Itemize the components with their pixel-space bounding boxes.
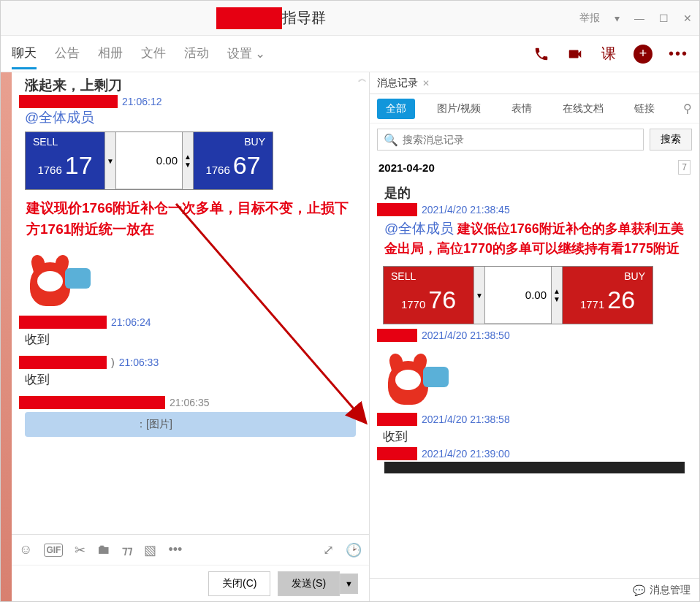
name-redacted — [19, 316, 107, 329]
name-paren: ) — [111, 357, 115, 368]
emoji-icon[interactable]: ☺ — [19, 542, 32, 557]
filter-all[interactable]: 全部 — [377, 99, 415, 119]
tab-chat[interactable]: 聊天 — [12, 39, 37, 69]
manage-link[interactable]: 消息管理 — [650, 584, 691, 597]
history-footer: 💬 消息管理 — [370, 578, 699, 601]
avatar-sidebar — [1, 72, 12, 601]
settings-dropdown[interactable]: 设置 ⌄ — [227, 45, 265, 62]
send-button[interactable]: 发送(S) — [278, 571, 340, 596]
history-scroll[interactable]: 是的 2021/4/20 21:38:45 @全体成员 建议低位1766附近补仓… — [370, 179, 699, 578]
buy-big: 67 — [233, 151, 261, 180]
chevron-down-icon: ⌄ — [255, 46, 265, 61]
history-tab[interactable]: 消息记录 ✕ — [377, 77, 430, 90]
msg-text: 收到 — [19, 329, 362, 350]
gif-icon[interactable]: GIF — [44, 544, 63, 557]
settings-label: 设置 — [227, 45, 252, 62]
amount-value[interactable]: 0.00 — [485, 267, 551, 324]
calendar-icon[interactable]: 7 — [678, 160, 691, 175]
chat-window: 指导群 举报 ▾ — ☐ ✕ 聊天 公告 相册 文件 活动 设置 ⌄ 课 + •… — [0, 0, 700, 602]
dark-strip — [384, 462, 685, 473]
history-pane: 消息记录 ✕ 全部 图片/视频 表情 在线文档 链接 ⚲ 🔍 搜索 2 — [370, 72, 699, 601]
title-bar: 指导群 举报 ▾ — ☐ ✕ — [1, 1, 699, 36]
tab-album[interactable]: 相册 — [98, 39, 123, 69]
scroll-up-icon[interactable]: ︽ — [358, 72, 367, 85]
timestamp: 2021/4/20 21:38:50 — [422, 329, 510, 341]
course-icon[interactable]: 课 — [600, 45, 617, 63]
chat-pane: ︽ 涨起来，上剩刀 21:06:12 @全体成员 SELL 176617 ▼ — [12, 72, 370, 601]
call-icon[interactable] — [533, 45, 550, 63]
mention-all[interactable]: @全体成员 — [19, 108, 362, 127]
trade-stepper[interactable]: ▲▼ — [551, 267, 563, 324]
sell-side[interactable]: SELL 177076 — [384, 267, 473, 324]
trade-dropdown[interactable]: ▼ — [473, 267, 485, 324]
buy-label: BUY — [244, 136, 265, 148]
filter-media[interactable]: 图片/视频 — [428, 99, 490, 119]
filter-row: 全部 图片/视频 表情 在线文档 链接 ⚲ — [370, 94, 699, 123]
more-icon[interactable]: ••• — [669, 45, 688, 62]
search-icon: 🔍 — [384, 133, 398, 147]
folder-icon[interactable]: 🖿 — [97, 542, 110, 557]
expand-icon[interactable]: ⤢ — [323, 542, 334, 558]
search-input[interactable] — [403, 134, 637, 145]
buy-prefix: 1771 — [580, 298, 604, 310]
title-redacted — [216, 7, 282, 29]
name-redacted — [377, 203, 417, 216]
sell-prefix: 1770 — [401, 298, 425, 310]
tab-activity[interactable]: 活动 — [184, 39, 209, 69]
sell-label: SELL — [33, 136, 58, 148]
date-row: 2021-04-20 7 — [370, 156, 699, 179]
send-row: 关闭(C) 发送(S) ▼ — [12, 565, 369, 601]
search-row: 🔍 搜索 — [370, 123, 699, 156]
tab-announce[interactable]: 公告 — [55, 39, 80, 69]
video-icon[interactable] — [566, 45, 584, 63]
sell-prefix: 1766 — [37, 164, 61, 176]
minimize-button[interactable]: — — [634, 12, 644, 24]
trade-dropdown[interactable]: ▼ — [104, 132, 116, 189]
sell-side[interactable]: SELL 176617 — [26, 132, 104, 189]
history-icon[interactable]: 🕑 — [346, 542, 362, 558]
filter-links[interactable]: 链接 — [625, 99, 663, 119]
more-input-icon[interactable]: ••• — [168, 542, 182, 557]
msg-header: 涨起来，上剩刀 — [19, 76, 362, 95]
trade-stepper[interactable]: ▲▼ — [182, 132, 194, 189]
timestamp: 2021/4/20 21:38:58 — [422, 414, 510, 425]
main-tabs: 聊天 公告 相册 文件 活动 — [12, 39, 209, 69]
dropdown-icon[interactable]: ▾ — [615, 12, 620, 24]
buy-prefix: 1766 — [205, 164, 229, 176]
mention-all[interactable]: @全体成员 — [384, 221, 454, 236]
image-icon[interactable]: ▧ — [144, 542, 156, 558]
name-redacted — [19, 356, 107, 369]
image-placeholder[interactable]: xxxxxxxxxxxxxxxxxxxx：[图片] — [25, 412, 356, 437]
msg-text: 是的 — [377, 183, 692, 203]
close-button[interactable]: 关闭(C) — [208, 571, 270, 596]
buy-side[interactable]: BUY 177126 — [563, 267, 653, 324]
trade-widget-red: SELL 177076 ▼ 0.00 ▲▼ BUY 177126 — [383, 266, 653, 324]
toolbar-right: 课 + ••• — [533, 45, 688, 64]
msg-text: 收到 — [377, 426, 692, 447]
window-title: 指导群 — [282, 8, 326, 28]
tab-files[interactable]: 文件 — [141, 39, 166, 69]
timestamp: 21:06:33 — [119, 357, 159, 368]
code-icon[interactable]: ⁊⁊ — [122, 544, 132, 557]
send-dropdown[interactable]: ▼ — [340, 574, 358, 594]
filter-docs[interactable]: 在线文档 — [554, 99, 612, 119]
name-redacted — [377, 413, 417, 426]
chat-scroll[interactable]: ︽ 涨起来，上剩刀 21:06:12 @全体成员 SELL 176617 ▼ — [12, 72, 369, 534]
sell-label: SELL — [391, 270, 416, 282]
add-button[interactable]: + — [634, 45, 653, 64]
main-toolbar: 聊天 公告 相册 文件 活动 设置 ⌄ 课 + ••• — [1, 36, 699, 72]
report-link[interactable]: 举报 — [579, 12, 600, 25]
history-tab-label: 消息记录 — [377, 77, 418, 90]
history-header: 消息记录 ✕ — [370, 72, 699, 94]
search-button[interactable]: 搜索 — [650, 129, 692, 150]
buy-side[interactable]: BUY 176667 — [194, 132, 273, 189]
filter-emoji[interactable]: 表情 — [503, 99, 541, 119]
amount-value[interactable]: 0.00 — [116, 132, 182, 189]
maximize-button[interactable]: ☐ — [659, 12, 669, 24]
close-button[interactable]: ✕ — [683, 12, 692, 24]
cut-icon[interactable]: ✂ — [75, 542, 85, 558]
msg-text: 收到 — [19, 369, 362, 390]
name-redacted — [19, 95, 118, 108]
filter-settings-icon[interactable]: ⚲ — [683, 102, 692, 115]
close-history-icon[interactable]: ✕ — [422, 78, 430, 88]
